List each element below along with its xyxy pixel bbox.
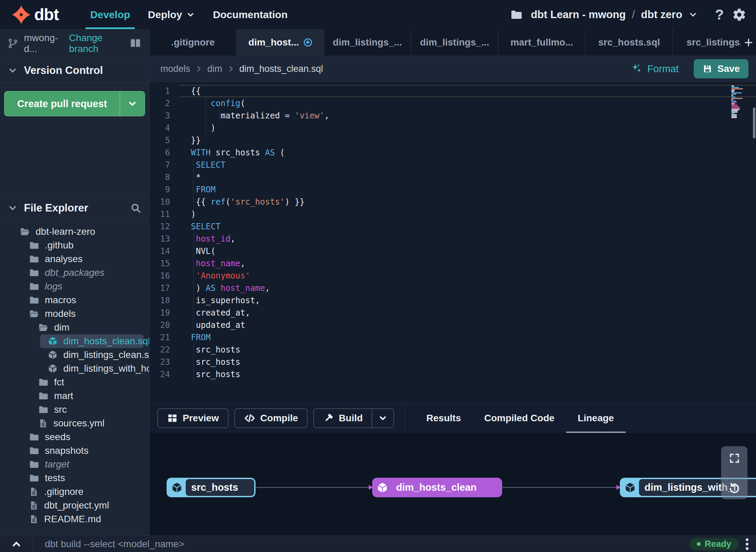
file-tree-item[interactable]: dim_hosts_clean.sql• xyxy=(40,334,144,348)
file-tree-item[interactable]: tests xyxy=(0,471,144,485)
tab-label: dim_listings_... xyxy=(420,37,489,48)
file-tree-item[interactable]: README.md xyxy=(0,512,144,526)
nav-item-develop[interactable]: Develop xyxy=(81,0,139,29)
code-line-content[interactable]: config( xyxy=(179,97,756,110)
breadcrumb-item[interactable]: models xyxy=(160,64,190,74)
pr-dropdown-chevron[interactable] xyxy=(120,91,145,116)
code-line-content[interactable]: materialized = 'view', xyxy=(179,110,756,122)
editor-scrollbar[interactable] xyxy=(753,107,755,138)
code-line-content[interactable]: updated_at xyxy=(179,319,756,331)
dbt-wordmark: dbt xyxy=(34,5,59,24)
format-button[interactable]: Format xyxy=(631,63,679,75)
refresh-icon[interactable] xyxy=(728,481,741,495)
code-line-content[interactable]: FROM xyxy=(179,183,756,196)
build-dropdown-chevron[interactable] xyxy=(372,413,393,423)
code-line-content[interactable]: * xyxy=(179,171,756,183)
folder-icon xyxy=(29,240,39,251)
editor-tab[interactable]: dim_host... xyxy=(237,29,324,55)
create-pull-request-button[interactable]: Create pull request xyxy=(4,91,145,116)
nav-item-deploy[interactable]: Deploy xyxy=(139,0,204,29)
code-line-content[interactable]: src_hosts xyxy=(179,356,756,368)
file-tree-item[interactable]: fct xyxy=(0,375,144,389)
code-line-content[interactable]: 'Anonymous' xyxy=(179,270,756,282)
file-tree-item[interactable]: dbt_packages xyxy=(0,266,144,280)
file-tree-item[interactable]: src xyxy=(0,403,144,416)
editor-tab[interactable]: src_listings. xyxy=(673,29,741,55)
editor-tab[interactable]: src_hosts.sql xyxy=(586,29,673,55)
code-line-content[interactable]: ) AS host_name, xyxy=(179,282,756,294)
code-line-content[interactable]: {{ xyxy=(179,85,756,97)
lineage-node[interactable]: src_hosts xyxy=(167,478,256,497)
file-tree-item[interactable]: analyses xyxy=(0,252,144,266)
code-line-content[interactable]: SELECT xyxy=(179,220,756,233)
code-line-content[interactable]: host_id, xyxy=(179,233,756,245)
lineage-node[interactable]: dim_hosts_clean xyxy=(372,478,502,497)
minimap[interactable] xyxy=(731,86,751,118)
chevron-down-icon xyxy=(688,10,698,20)
build-button[interactable]: Build xyxy=(313,408,394,428)
gear-icon[interactable] xyxy=(732,8,746,22)
new-tab-button[interactable]: + xyxy=(741,29,756,55)
file-tree-item[interactable]: models xyxy=(0,307,144,321)
file-tree-item[interactable]: snapshots xyxy=(0,444,144,458)
code-line-content[interactable]: WITH src_hosts AS ( xyxy=(179,146,756,159)
file-tree-item[interactable]: sources.yml xyxy=(0,416,144,430)
file-explorer-header[interactable]: File Explorer xyxy=(0,195,149,221)
code-line-content[interactable]: NVL( xyxy=(179,245,756,257)
file-tree-item[interactable]: macros xyxy=(0,293,144,307)
file-tree-item[interactable]: target xyxy=(0,458,144,471)
file-tree-item[interactable]: mart xyxy=(0,389,144,403)
save-icon xyxy=(702,64,713,74)
project-switcher[interactable]: dbt Learn - mwong / dbt zero xyxy=(531,9,698,21)
code-line-content[interactable]: src_hosts xyxy=(179,344,756,356)
fullscreen-icon[interactable] xyxy=(729,452,740,464)
compile-button[interactable]: Compile xyxy=(234,408,308,428)
unsaved-changes-icon[interactable] xyxy=(304,38,312,47)
indent-guide xyxy=(193,270,194,282)
file-tree-item[interactable]: .gitignore xyxy=(0,485,144,499)
code-line-content[interactable]: ) xyxy=(179,122,756,134)
file-tree-item[interactable]: dbt-learn-zero xyxy=(0,225,144,239)
help-icon[interactable]: ? xyxy=(715,7,724,23)
docs-book-icon[interactable] xyxy=(129,37,142,50)
file-tree-item[interactable]: .github xyxy=(0,239,144,252)
code-line-content[interactable]: SELECT xyxy=(179,159,756,171)
panel-tab-results[interactable]: Results xyxy=(415,403,472,433)
status-bar: dbt build --select <model_name> Ready xyxy=(0,536,756,552)
file-explorer-title: File Explorer xyxy=(24,202,88,214)
kebab-menu-icon[interactable] xyxy=(746,538,748,550)
code-line-content[interactable]: host_name, xyxy=(179,257,756,270)
code-line-content[interactable]: src_hosts xyxy=(179,368,756,381)
code-line-content[interactable]: {{ ref('src_hosts') }} xyxy=(179,196,756,208)
code-editor[interactable]: 1{{2 config(3 materialized = 'view',4 )5… xyxy=(149,82,756,403)
change-branch-link[interactable]: Change branch xyxy=(69,33,124,54)
code-line-content[interactable]: created_at, xyxy=(179,307,756,319)
save-button[interactable]: Save xyxy=(694,59,748,78)
code-line-content[interactable]: is_superhost, xyxy=(179,294,756,307)
panel-tab-lineage[interactable]: Lineage xyxy=(566,403,626,433)
file-tree-item[interactable]: dim_listings_clean.sql xyxy=(0,348,144,362)
preview-button[interactable]: Preview xyxy=(157,408,229,428)
nav-item-documentation[interactable]: Documentation xyxy=(204,0,296,29)
code-line-content[interactable]: }} xyxy=(179,134,756,146)
file-tree-item[interactable]: seeds xyxy=(0,430,144,444)
editor-tab[interactable]: dim_listings_... xyxy=(411,29,498,55)
lineage-graph[interactable]: src_hostsdim_hosts_cleandim_listings_wit… xyxy=(149,433,756,536)
version-control-header[interactable]: Version Control xyxy=(0,58,149,83)
file-tree-label: src xyxy=(54,404,67,415)
editor-tab[interactable]: mart_fullmo... xyxy=(498,29,586,55)
search-icon[interactable] xyxy=(130,202,142,214)
file-tree-item[interactable]: dim xyxy=(0,321,144,334)
file-tree-item[interactable]: dbt_project.yml xyxy=(0,499,144,512)
code-line-content[interactable]: ) xyxy=(179,208,756,220)
panel-tab-compiled-code[interactable]: Compiled Code xyxy=(472,403,566,433)
file-tree-item[interactable]: logs xyxy=(0,280,144,293)
breadcrumb-item[interactable]: dim xyxy=(207,64,222,74)
dbt-logo[interactable]: dbt xyxy=(12,5,59,24)
editor-tab[interactable]: dim_listings_... xyxy=(324,29,411,55)
command-input[interactable]: dbt build --select <model_name> xyxy=(45,539,184,550)
file-tree-item[interactable]: dim_listings_with_hosts... xyxy=(0,362,144,375)
code-line-content[interactable]: FROM xyxy=(179,331,756,344)
editor-tab[interactable]: .gitignore xyxy=(149,29,237,55)
expand-console-chevron[interactable] xyxy=(0,536,32,552)
